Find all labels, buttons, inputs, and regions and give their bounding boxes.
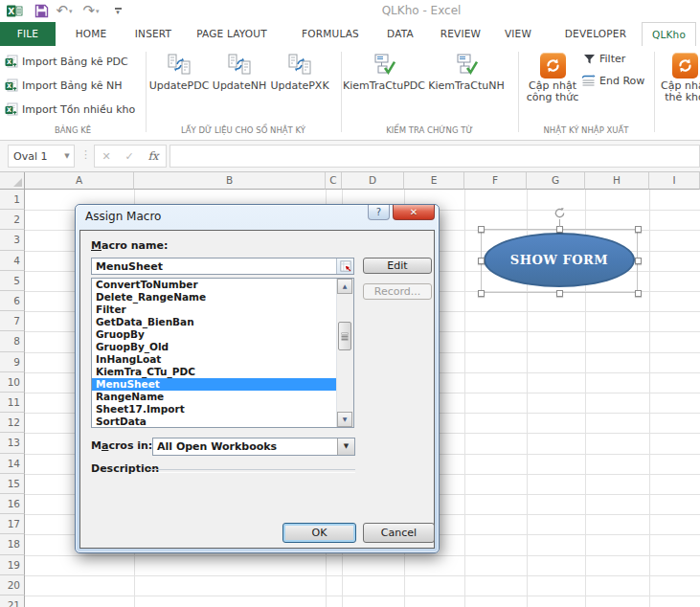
scrollbar-thumb[interactable] [338, 322, 351, 350]
macro-list-item[interactable]: MenuSheet [92, 378, 337, 391]
close-icon[interactable]: ✕ [393, 205, 435, 220]
help-icon[interactable]: ? [368, 205, 390, 220]
macro-name-input[interactable]: MenuSheet [91, 258, 354, 275]
button-import-bang-ke-nh[interactable]: X Import Bảng kê NH [5, 76, 122, 95]
resize-handle-right[interactable] [635, 258, 642, 264]
row-header-18[interactable]: 18 [0, 534, 25, 554]
row-header-3[interactable]: 3 [0, 230, 25, 250]
select-all-corner[interactable] [0, 172, 25, 190]
row-header-14[interactable]: 14 [0, 454, 25, 474]
button-cap-nhat-the-kho[interactable]: Cập nhật thẻ kho [657, 50, 700, 103]
chevron-down-icon[interactable]: ▼ [60, 152, 74, 160]
button-cap-nhat-cong-thuc[interactable]: Cập nhật công thức [523, 50, 582, 103]
row-header-5[interactable]: 5 [0, 271, 25, 291]
column-header-F[interactable]: F [464, 172, 527, 190]
row-header-2[interactable]: 2 [0, 210, 25, 230]
cancel-button[interactable]: Cancel [363, 523, 435, 543]
row-header-17[interactable]: 17 [0, 514, 25, 534]
macros-in-dropdown[interactable]: All Open Workbooks ▼ [152, 438, 355, 456]
button-updatenh[interactable]: UpdateNH [211, 50, 268, 92]
resize-handle-bottom[interactable] [556, 290, 563, 297]
rotation-handle-icon[interactable] [553, 207, 566, 219]
tab-formulas[interactable]: FORMULAS [302, 22, 359, 46]
column-header-A[interactable]: A [25, 172, 134, 190]
button-kiemtractupdc[interactable]: KiemTraCtuPDC [343, 50, 425, 92]
row-header-7[interactable]: 7 [0, 311, 25, 331]
button-end-row[interactable]: End Row [581, 75, 644, 87]
tab-page-layout[interactable]: PAGE LAYOUT [196, 22, 267, 46]
row-header-20[interactable]: 20 [0, 575, 25, 596]
ok-button[interactable]: OK [282, 523, 356, 543]
tab-file[interactable]: FILE [0, 22, 56, 46]
undo-icon[interactable]: ↶▾ [56, 3, 73, 19]
redo-icon[interactable]: ↷▾ [82, 3, 100, 19]
scroll-up-icon[interactable]: ▲ [337, 279, 352, 294]
resize-handle-top-left[interactable] [478, 226, 485, 233]
macro-list-scrollbar[interactable]: ▲ ▼ [336, 279, 353, 427]
resize-handle-bottom-right[interactable] [635, 290, 642, 297]
row-header-8[interactable]: 8 [0, 331, 25, 351]
macro-list-item[interactable]: KiemTra_CTu_PDC [92, 366, 353, 378]
button-updatepdc[interactable]: UpdatePDC [147, 50, 211, 92]
formula-input[interactable] [169, 145, 700, 168]
resize-handle-bottom-left[interactable] [478, 290, 485, 297]
macro-list-item[interactable]: GruopBy [92, 328, 353, 341]
macro-list-item[interactable]: InHangLoat [92, 353, 353, 366]
row-header-11[interactable]: 11 [0, 393, 25, 413]
row-header-10[interactable]: 10 [0, 372, 25, 393]
show-form-shape[interactable]: SHOW FORM [484, 233, 635, 287]
cancel-entry-icon[interactable]: ✕ [102, 150, 110, 163]
formula-bar-grip[interactable]: ⋮ [80, 148, 91, 161]
macro-list[interactable]: ConvertToNumberDelete_RangeNameFilterGet… [91, 278, 354, 428]
column-header-I[interactable]: I [649, 172, 700, 190]
tab-developer[interactable]: DEVELOPER [565, 22, 626, 46]
scroll-down-icon[interactable]: ▼ [337, 412, 352, 427]
edit-button[interactable]: Edit [363, 258, 432, 274]
button-filter[interactable]: Filter [583, 53, 625, 65]
row-header-4[interactable]: 4 [0, 251, 25, 271]
row-header-6[interactable]: 6 [0, 291, 25, 311]
row-header-13[interactable]: 13 [0, 433, 25, 453]
macro-list-item[interactable]: Delete_RangeName [92, 291, 353, 304]
record-button[interactable]: Record... [363, 283, 432, 300]
tab-review[interactable]: REVIEW [440, 22, 481, 46]
save-icon[interactable] [33, 3, 50, 19]
tab-insert[interactable]: INSERT [135, 22, 171, 46]
chevron-down-icon[interactable]: ▼ [337, 438, 354, 455]
macro-list-item[interactable]: GetData_BienBan [92, 316, 353, 328]
row-header-19[interactable]: 19 [0, 555, 25, 575]
macro-list-item[interactable]: ConvertToNumber [92, 279, 353, 291]
row-header-15[interactable]: 15 [0, 474, 25, 494]
resize-handle-left[interactable] [478, 258, 485, 264]
macro-list-item[interactable]: GruopBy_Old [92, 341, 353, 353]
column-header-B[interactable]: B [134, 172, 326, 190]
macro-list-item[interactable]: Sheet17.Import [92, 403, 353, 416]
button-kiemtractunh[interactable]: KiemTraCtuNH [425, 50, 508, 92]
column-header-E[interactable]: E [404, 172, 464, 190]
customize-qat-icon[interactable]: ▾ [109, 3, 126, 19]
column-header-C[interactable]: C [326, 172, 342, 190]
macro-list-item[interactable]: RangeName [92, 391, 353, 403]
range-selector-icon[interactable] [336, 259, 353, 274]
resize-handle-top-right[interactable] [635, 226, 642, 233]
button-import-ton-nhieu-kho[interactable]: X Import Tồn nhiều kho [5, 100, 135, 119]
resize-handle-top[interactable] [556, 226, 563, 233]
assign-macro-dialog[interactable]: Assign Macro ? ✕ Macro name: MenuSheet C… [75, 204, 440, 553]
insert-function-icon[interactable]: fx [147, 149, 158, 163]
macro-list-item[interactable]: SortData [92, 416, 353, 428]
row-header-21[interactable]: 21 [0, 596, 25, 607]
column-header-H[interactable]: H [585, 172, 649, 190]
enter-entry-icon[interactable]: ✓ [124, 150, 133, 163]
tab-view[interactable]: VIEW [505, 22, 531, 46]
row-header-12[interactable]: 12 [0, 413, 25, 433]
tab-qlkho[interactable]: QLKho [642, 22, 696, 46]
tab-data[interactable]: DATA [387, 22, 414, 46]
row-header-9[interactable]: 9 [0, 352, 25, 372]
button-import-bang-ke-pdc[interactable]: X Import Bảng kê PDC [5, 52, 128, 71]
column-header-G[interactable]: G [527, 172, 585, 190]
name-box[interactable]: Oval 1 ▼ [8, 145, 75, 168]
row-header-1[interactable]: 1 [0, 190, 25, 210]
row-header-16[interactable]: 16 [0, 494, 25, 514]
column-header-D[interactable]: D [342, 172, 404, 190]
button-updatepxk[interactable]: UpdatePXK [268, 50, 331, 92]
